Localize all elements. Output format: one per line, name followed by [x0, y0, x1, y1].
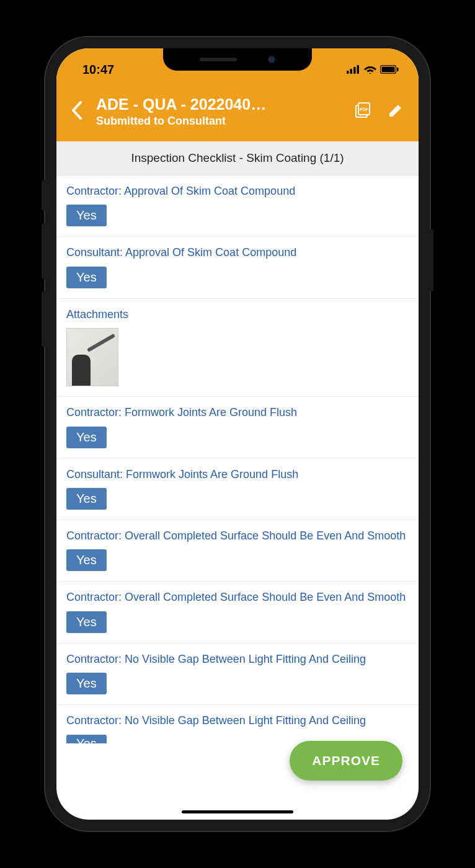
response-badge[interactable]: Yes [66, 267, 107, 288]
checklist-item: Contractor: Overall Completed Surface Sh… [56, 582, 419, 643]
approve-button[interactable]: APPROVE [290, 741, 402, 781]
item-label: Contractor: No Visible Gap Between Light… [66, 652, 409, 666]
svg-rect-6 [397, 68, 399, 71]
checklist-item: Consultant: Formwork Joints Are Ground F… [56, 459, 419, 520]
response-badge[interactable]: Yes [66, 205, 107, 226]
item-label: Contractor: Overall Completed Surface Sh… [66, 529, 409, 543]
response-badge[interactable]: Yes [66, 549, 107, 571]
checklist-content[interactable]: Contractor: Approval Of Skim Coat Compou… [56, 175, 419, 818]
app-header: ADE - QUA - 2022040… Submitted to Consul… [56, 84, 419, 141]
checklist-item: Contractor: Approval Of Skim Coat Compou… [56, 175, 419, 237]
pencil-icon [388, 102, 404, 118]
attachment-thumbnail[interactable] [66, 328, 118, 386]
status-icons [347, 65, 399, 74]
response-badge[interactable]: Yes [66, 673, 107, 694]
edit-button[interactable] [385, 100, 406, 123]
response-badge[interactable]: Yes [66, 488, 107, 510]
item-label: Consultant: Approval Of Skim Coat Compou… [66, 246, 409, 260]
item-label: Contractor: No Visible Gap Between Light… [66, 714, 409, 728]
back-button[interactable] [69, 99, 85, 125]
response-badge[interactable]: Yes [66, 735, 107, 743]
svg-text:PDF: PDF [360, 107, 369, 112]
item-label: Contractor: Formwork Joints Are Ground F… [66, 405, 409, 420]
page-title: ADE - QUA - 2022040… [96, 95, 340, 113]
pdf-icon: PDF [354, 102, 371, 119]
item-label: Contractor: Overall Completed Surface Sh… [66, 590, 409, 604]
svg-rect-2 [353, 67, 356, 74]
cellular-signal-icon [347, 65, 360, 74]
checklist-item: Contractor: Overall Completed Surface Sh… [56, 520, 419, 582]
response-badge[interactable]: Yes [66, 427, 107, 448]
pdf-button[interactable]: PDF [352, 99, 374, 124]
item-label: Attachments [66, 308, 409, 322]
item-label: Contractor: Approval Of Skim Coat Compou… [66, 184, 409, 198]
response-badge[interactable]: Yes [66, 611, 107, 633]
status-time: 10:47 [82, 63, 114, 77]
checklist-item: Contractor: Formwork Joints Are Ground F… [56, 397, 419, 458]
page-subtitle: Submitted to Consultant [96, 115, 340, 128]
checklist-item: Contractor: No Visible Gap Between Light… [56, 644, 419, 705]
checklist-item-attachments: Attachments [56, 299, 419, 397]
wifi-icon [364, 65, 376, 74]
svg-rect-3 [357, 65, 360, 74]
svg-rect-0 [347, 71, 349, 74]
item-label: Consultant: Formwork Joints Are Ground F… [66, 467, 409, 482]
section-header: Inspection Checklist - Skim Coating (1/1… [56, 141, 419, 175]
svg-rect-1 [350, 69, 353, 74]
chevron-left-icon [71, 101, 82, 120]
battery-icon [380, 65, 399, 74]
svg-rect-5 [382, 67, 395, 73]
checklist-item: Consultant: Approval Of Skim Coat Compou… [56, 237, 419, 298]
checklist-item: Contractor: No Visible Gap Between Light… [56, 705, 419, 745]
home-indicator[interactable] [182, 810, 293, 813]
